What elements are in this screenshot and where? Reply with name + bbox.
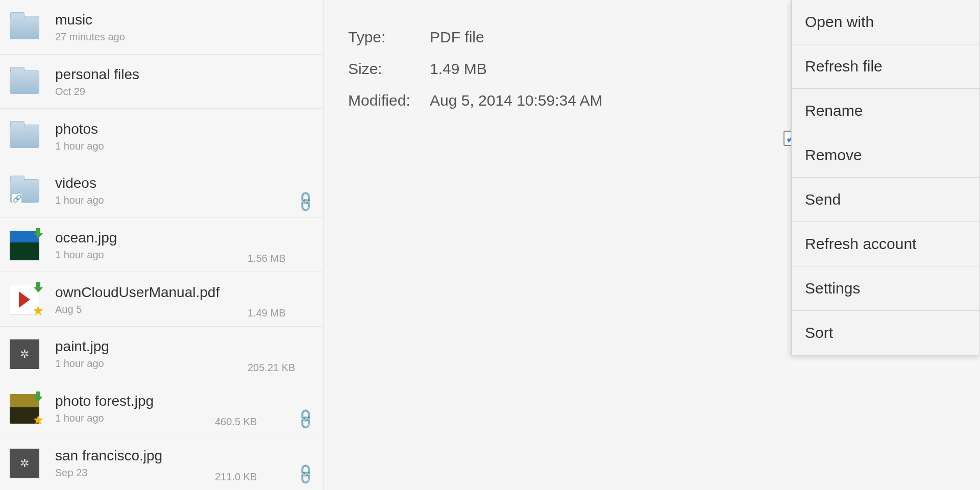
shared-link-icon: 🔗 <box>293 189 317 214</box>
file-info: paint.jpg 1 hour ago <box>55 338 248 370</box>
file-name: photos <box>55 121 314 137</box>
image-thumbnail: ★ <box>9 394 40 424</box>
file-subtext: 27 minutes ago <box>55 31 314 43</box>
file-size: 205.21 KB <box>248 362 314 374</box>
detail-type-label: Type: <box>348 29 430 46</box>
file-row-right: 1.49 MB <box>248 307 314 319</box>
favorite-star-icon: ★ <box>33 304 44 318</box>
file-info: music 27 minutes ago <box>55 12 314 43</box>
downloaded-icon <box>34 228 43 238</box>
file-subtext: Oct 29 <box>55 86 314 97</box>
file-name: paint.jpg <box>55 338 248 355</box>
list-item[interactable]: music 27 minutes ago <box>0 0 323 55</box>
menu-send[interactable]: Send <box>792 178 979 222</box>
file-name: ocean.jpg <box>55 230 248 246</box>
file-subtext: Sep 23 <box>55 467 215 479</box>
file-size: 460.5 KB <box>215 416 281 428</box>
list-item[interactable]: ✲ san francisco.jpg Sep 23 211.0 KB 🔗 <box>0 435 323 490</box>
shared-link-icon: 🔗 <box>293 407 317 431</box>
list-item[interactable]: ocean.jpg 1 hour ago 1.56 MB <box>0 218 323 273</box>
file-subtext: 1 hour ago <box>55 140 314 152</box>
file-row-right: 211.0 KB 🔗 <box>215 465 314 483</box>
file-list: music 27 minutes ago personal files Oct … <box>0 0 324 490</box>
menu-open-with[interactable]: Open with <box>792 0 979 44</box>
detail-modified-label: Modified: <box>348 92 430 109</box>
overflow-menu: Open with Refresh file Rename Remove Sen… <box>791 0 980 355</box>
file-row-right: 1.56 MB <box>248 253 314 264</box>
file-name: music <box>55 12 314 28</box>
list-item[interactable]: photos 1 hour ago <box>0 109 323 163</box>
pdf-thumbnail: ★ <box>9 284 40 315</box>
gear-icon: ✲ <box>10 339 39 369</box>
folder-icon <box>9 121 40 152</box>
file-info: videos 1 hour ago <box>55 175 290 206</box>
file-info: ownCloudUserManual.pdf Aug 5 <box>55 284 248 315</box>
file-subtext: Aug 5 <box>55 304 248 315</box>
detail-type-value: PDF file <box>430 29 484 46</box>
file-name: personal files <box>55 66 314 83</box>
file-info: san francisco.jpg Sep 23 <box>55 448 215 479</box>
menu-refresh-file[interactable]: Refresh file <box>792 44 979 89</box>
list-item[interactable]: personal files Oct 29 <box>0 55 323 109</box>
list-item[interactable]: ✲ paint.jpg 1 hour ago 205.21 KB <box>0 327 323 381</box>
file-name: san francisco.jpg <box>55 448 215 464</box>
menu-rename[interactable]: Rename <box>792 89 979 133</box>
list-item[interactable]: 🔗 videos 1 hour ago 🔗 <box>0 163 323 218</box>
detail-size-value: 1.49 MB <box>430 60 487 78</box>
file-info: photo forest.jpg 1 hour ago <box>55 393 215 424</box>
downloaded-icon <box>34 282 43 292</box>
file-detail-pane: Type: PDF file Size: 1.49 MB Modified: A… <box>324 0 980 490</box>
list-item[interactable]: ★ photo forest.jpg 1 hour ago 460.5 KB 🔗 <box>0 381 323 436</box>
file-name: photo forest.jpg <box>55 393 215 409</box>
menu-remove[interactable]: Remove <box>792 133 979 178</box>
file-size: 1.56 MB <box>248 253 314 264</box>
file-row-right: 205.21 KB <box>248 362 314 374</box>
file-subtext: 1 hour ago <box>55 412 215 424</box>
link-icon: 🔗 <box>12 194 21 203</box>
list-item[interactable]: ★ ownCloudUserManual.pdf Aug 5 1.49 MB <box>0 272 323 327</box>
file-row-right: 460.5 KB 🔗 <box>215 410 314 428</box>
detail-size-label: Size: <box>348 60 430 78</box>
file-info: personal files Oct 29 <box>55 66 314 97</box>
folder-icon <box>9 12 40 43</box>
favorite-star-icon: ★ <box>33 413 44 427</box>
menu-sort[interactable]: Sort <box>792 311 979 355</box>
image-thumbnail: ✲ <box>9 339 40 370</box>
folder-shared-icon: 🔗 <box>9 176 40 206</box>
file-info: ocean.jpg 1 hour ago <box>55 230 248 261</box>
file-subtext: 1 hour ago <box>55 358 248 370</box>
file-info: photos 1 hour ago <box>55 121 314 152</box>
file-size: 1.49 MB <box>248 307 314 319</box>
folder-icon <box>9 67 40 97</box>
gear-icon: ✲ <box>10 449 39 478</box>
file-subtext: 1 hour ago <box>55 194 290 206</box>
file-name: ownCloudUserManual.pdf <box>55 284 248 301</box>
shared-link-icon: 🔗 <box>293 462 317 486</box>
image-thumbnail <box>9 230 40 261</box>
file-row-right: 🔗 <box>290 193 314 210</box>
file-size: 211.0 KB <box>215 471 281 483</box>
downloaded-icon <box>34 391 43 402</box>
file-name: videos <box>55 175 290 191</box>
menu-refresh-account[interactable]: Refresh account <box>792 222 979 266</box>
menu-settings[interactable]: Settings <box>792 266 979 311</box>
image-thumbnail: ✲ <box>9 448 40 479</box>
file-subtext: 1 hour ago <box>55 249 248 261</box>
detail-modified-value: Aug 5, 2014 10:59:34 AM <box>430 92 603 109</box>
